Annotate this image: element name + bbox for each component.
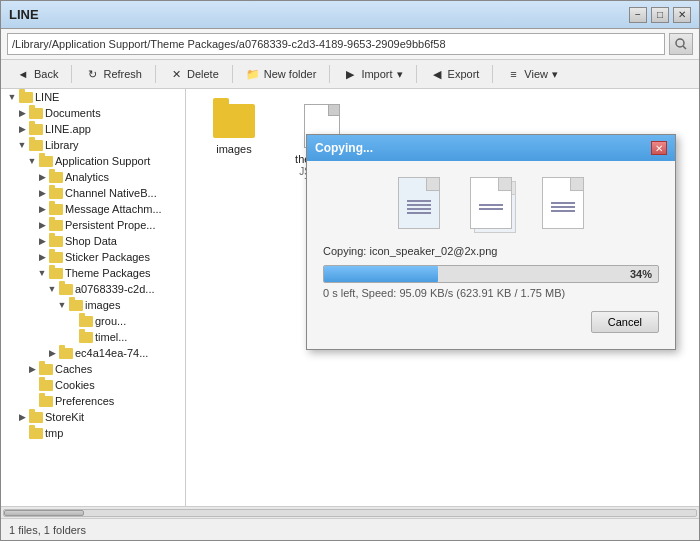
mid-copy-area [470,177,512,229]
back-button[interactable]: ◄ Back [7,63,67,85]
svg-point-0 [676,39,684,47]
progress-bar-container: 34% [323,265,659,283]
sidebar-item-a0768339[interactable]: ▼ a0768339-c2d... [1,281,185,297]
expand-icon: ▼ [15,138,29,152]
mid-file-icon-front [470,177,512,229]
folder-icon [39,380,53,391]
expand-icon: ▶ [35,170,49,184]
sidebar-item-cookies[interactable]: Cookies [1,377,185,393]
folder-icon [29,140,43,151]
search-button[interactable] [669,33,693,55]
toolbar-separator-5 [416,65,417,83]
delete-button[interactable]: ✕ Delete [160,63,228,85]
folder-icon [49,188,63,199]
back-icon: ◄ [16,67,30,81]
source-file-icon [398,177,440,229]
sidebar-item-analytics[interactable]: ▶ Analytics [1,169,185,185]
sidebar-item-library[interactable]: ▼ Library [1,137,185,153]
sidebar-item-grou[interactable]: grou... [1,313,185,329]
expand-icon: ▶ [15,410,29,424]
toolbar: ◄ Back ↻ Refresh ✕ Delete 📁 New folder ▶… [1,60,699,89]
dialog-title-bar: Copying... ✕ [307,135,675,161]
status-text: 1 files, 1 folders [9,524,86,536]
sidebar-item-caches[interactable]: ▶ Caches [1,361,185,377]
sidebar-item-tmp[interactable]: tmp [1,425,185,441]
sidebar-item-channel-nativeb[interactable]: ▶ Channel NativeB... [1,185,185,201]
expand-icon: ▶ [35,250,49,264]
refresh-button[interactable]: ↻ Refresh [76,63,151,85]
address-input[interactable] [7,33,665,55]
window-title: LINE [9,7,629,22]
folder-icon [49,252,63,263]
status-bar: 1 files, 1 folders [1,518,699,540]
view-button[interactable]: ≡ View ▾ [497,63,567,85]
dialog-close-button[interactable]: ✕ [651,141,667,155]
sidebar-item-preferences[interactable]: Preferences [1,393,185,409]
expand-icon [25,378,39,392]
expand-icon: ▶ [45,346,59,360]
file-line-1 [407,200,431,202]
folder-icon [49,268,63,279]
export-button[interactable]: ◀ Export [421,63,489,85]
sidebar-item-message-attach[interactable]: ▶ Message Attachm... [1,201,185,217]
folder-icon [79,316,93,327]
cancel-button[interactable]: Cancel [591,311,659,333]
dest-file-icon [542,177,584,229]
file-line-3 [407,208,431,210]
expand-icon [15,426,29,440]
minimize-button[interactable]: − [629,7,647,23]
folder-icon [49,172,63,183]
toolbar-separator-3 [232,65,233,83]
file-line-2 [479,208,503,210]
address-bar [1,29,699,60]
folder-icon [59,348,73,359]
expand-icon: ▼ [25,154,39,168]
close-button[interactable]: ✕ [673,7,691,23]
folder-icon [39,156,53,167]
refresh-icon: ↻ [85,67,99,81]
file-item-images[interactable]: images [194,97,274,195]
sidebar-item-persistent-prope[interactable]: ▶ Persistent Prope... [1,217,185,233]
sidebar-item-images[interactable]: ▼ images [1,297,185,313]
scrollbar-thumb[interactable] [4,510,84,516]
import-button[interactable]: ▶ Import ▾ [334,63,411,85]
maximize-button[interactable]: □ [651,7,669,23]
folder-icon-large [213,104,255,138]
expand-icon: ▶ [25,362,39,376]
progress-bar-fill [324,266,438,282]
folder-icon [39,396,53,407]
progress-percent: 34% [630,268,652,280]
copy-info-text: 0 s left, Speed: 95.09 KB/s (623.91 KB /… [323,287,659,299]
expand-icon: ▶ [35,202,49,216]
sidebar-item-ec4a14ea[interactable]: ▶ ec4a14ea-74... [1,345,185,361]
file-line-1 [551,202,575,204]
sidebar-item-timel[interactable]: timel... [1,329,185,345]
expand-icon [65,314,79,328]
content-area: images theme.json JSON File 75.6 KB Copy… [186,89,699,506]
expand-icon: ▼ [55,298,69,312]
sidebar-item-line[interactable]: ▼ LINE [1,89,185,105]
sidebar-item-storekit[interactable]: ▶ StoreKit [1,409,185,425]
sidebar-item-sticker-packages[interactable]: ▶ Sticker Packages [1,249,185,265]
scrollbar-track[interactable] [3,509,697,517]
folder-icon [49,204,63,215]
sidebar-item-shop-data[interactable]: ▶ Shop Data [1,233,185,249]
new-folder-button[interactable]: 📁 New folder [237,63,326,85]
toolbar-separator-2 [155,65,156,83]
sidebar-scrollbar[interactable] [1,506,699,518]
file-line-4 [407,212,431,214]
copy-status-text: Copying: icon_speaker_02@2x.png [323,245,659,257]
folder-icon [49,220,63,231]
expand-icon: ▶ [35,186,49,200]
copy-animation-area [323,177,659,229]
file-line-3 [551,210,575,212]
sidebar-item-application-support[interactable]: ▼ Application Support [1,153,185,169]
copy-dialog: Copying... ✕ [306,134,676,350]
sidebar-item-theme-packages[interactable]: ▼ Theme Packages [1,265,185,281]
dialog-title: Copying... [315,141,651,155]
expand-icon: ▶ [15,122,29,136]
sidebar-item-lineapp[interactable]: ▶ LINE.app [1,121,185,137]
sidebar-item-documents[interactable]: ▶ Documents [1,105,185,121]
file-lines [551,202,575,212]
file-lines [479,204,503,210]
